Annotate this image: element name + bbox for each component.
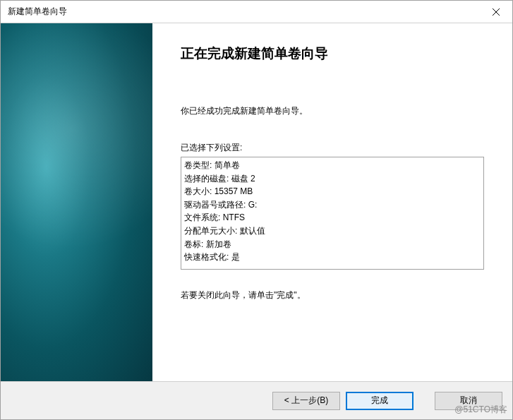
list-item: 卷大小: 15357 MB [184, 185, 482, 198]
cancel-button[interactable]: 取消 [435, 392, 502, 410]
list-item: 卷类型: 简单卷 [184, 159, 482, 172]
wizard-sidebar-graphic [1, 23, 152, 381]
page-title: 正在完成新建简单卷向导 [181, 44, 484, 63]
list-item: 选择的磁盘: 磁盘 2 [184, 172, 482, 186]
titlebar: 新建简单卷向导 [1, 1, 512, 23]
close-button[interactable] [480, 1, 512, 23]
button-bar: < 上一步(B) 完成 取消 [1, 381, 512, 419]
window-title: 新建简单卷向导 [8, 6, 67, 18]
list-item: 驱动器号或路径: G: [184, 198, 482, 212]
list-item: 分配单元大小: 默认值 [184, 224, 482, 238]
list-item: 快速格式化: 是 [184, 251, 482, 264]
close-icon [493, 8, 500, 16]
wizard-dialog: 新建简单卷向导 正在完成新建简单卷向导 你已经成功完成新建简单卷向导。 已选择下… [0, 0, 513, 420]
list-item: 文件系统: NTFS [184, 211, 482, 224]
content-area: 正在完成新建简单卷向导 你已经成功完成新建简单卷向导。 已选择下列设置: 卷类型… [1, 23, 512, 381]
list-item: 卷标: 新加卷 [184, 238, 482, 251]
back-button[interactable]: < 上一步(B) [272, 392, 340, 410]
finish-button[interactable]: 完成 [346, 392, 414, 410]
closing-text: 若要关闭此向导，请单击"完成"。 [181, 289, 484, 301]
settings-label: 已选择下列设置: [181, 142, 484, 154]
settings-listbox[interactable]: 卷类型: 简单卷 选择的磁盘: 磁盘 2 卷大小: 15357 MB 驱动器号或… [181, 157, 484, 270]
main-panel: 正在完成新建简单卷向导 你已经成功完成新建简单卷向导。 已选择下列设置: 卷类型… [152, 23, 512, 381]
intro-text: 你已经成功完成新建简单卷向导。 [181, 105, 484, 117]
